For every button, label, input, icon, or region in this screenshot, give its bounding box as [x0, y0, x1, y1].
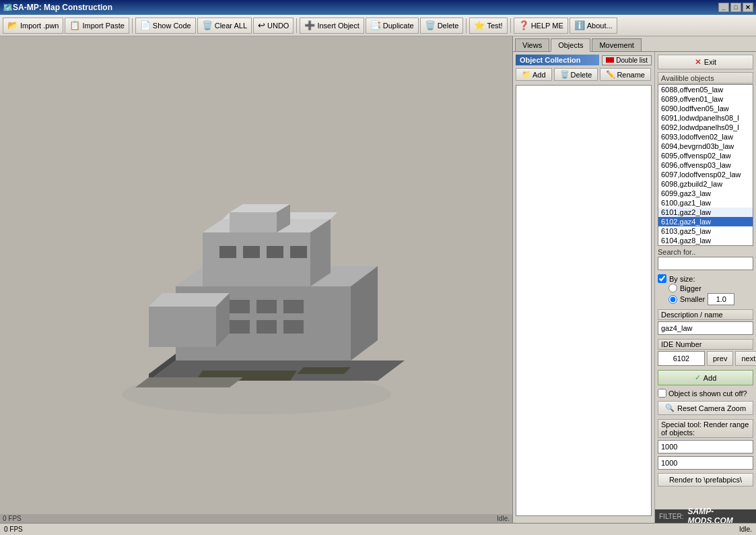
idle-status-bar: Idle.: [739, 526, 752, 533]
svg-rect-19: [219, 246, 236, 258]
available-objects-label: Availible objects: [658, 72, 753, 84]
svg-rect-18: [283, 320, 304, 334]
test-icon: ⭐: [474, 20, 485, 30]
collection-list[interactable]: [516, 85, 652, 516]
smaller-radio[interactable]: [668, 295, 677, 304]
list-item[interactable]: 6090,lodffven05_law: [658, 104, 753, 113]
ide-number-section: IDE Number prev next: [658, 339, 753, 366]
right-panel: Views Objects Movement Object Collection…: [513, 36, 756, 523]
tab-movement[interactable]: Movement: [592, 38, 641, 51]
collection-rename-button[interactable]: ✏️ Rename: [600, 68, 651, 81]
list-item[interactable]: 6101,gaz2_law: [658, 208, 753, 217]
svg-rect-13: [230, 300, 250, 313]
svg-rect-15: [283, 300, 304, 313]
svg-rect-21: [267, 246, 283, 258]
insert-object-button[interactable]: ➕ Insert Object: [300, 18, 364, 34]
svg-marker-24: [297, 367, 351, 374]
collection-add-button[interactable]: 📁 Add: [516, 68, 552, 81]
ide-number-label: IDE Number: [658, 339, 753, 350]
toolbar-sep-1: [132, 18, 133, 33]
object-browser-panel: ✕ Exit Availible objects 6086,lodoffvenc…: [655, 52, 756, 523]
list-item[interactable]: 6098,gzbuild2_law: [658, 179, 753, 189]
object-list[interactable]: 6086,lodoffvencp_law06087,offven01_law60…: [658, 84, 753, 246]
collection-delete-button[interactable]: 🗑️ Delete: [554, 68, 598, 81]
reset-camera-button[interactable]: 🔍 Reset Camera Zoom: [658, 401, 753, 415]
close-button[interactable]: ✕: [743, 3, 753, 12]
list-item[interactable]: 6097,lodoffvensp02_law: [658, 170, 753, 179]
help-button[interactable]: ❓ HELP ME: [514, 18, 568, 34]
toolbar-sep-3: [466, 18, 467, 33]
list-item[interactable]: 6088,offven05_law: [658, 85, 753, 94]
size-value-input[interactable]: [708, 293, 734, 305]
double-list-button[interactable]: Double list: [602, 55, 652, 65]
prev-button[interactable]: prev: [707, 351, 733, 366]
cutoff-checkbox[interactable]: [658, 389, 666, 398]
list-item[interactable]: 6089,offven01_law: [658, 94, 753, 104]
exit-icon: ✕: [695, 57, 701, 67]
by-size-area: By size: Bigger Smaller: [658, 274, 753, 305]
exit-area: ✕ Exit: [655, 52, 756, 71]
list-item[interactable]: 6103,gaz5_law: [658, 226, 753, 236]
delete-folder-icon: 🗑️: [560, 70, 570, 79]
help-icon: ❓: [518, 20, 529, 30]
ide-number-input[interactable]: [658, 351, 705, 366]
title-icon: 🗺️: [3, 3, 13, 12]
render-button[interactable]: Render to \prefabpics\: [658, 473, 753, 486]
window-controls: _ □ ✕: [718, 3, 753, 12]
svg-rect-17: [256, 320, 277, 334]
list-item[interactable]: 6093,lodoffven02_law: [658, 132, 753, 141]
svg-rect-22: [290, 246, 307, 258]
show-code-icon: 📄: [140, 20, 151, 30]
by-size-checkbox[interactable]: [658, 274, 666, 283]
import-paste-button[interactable]: 📋 Import Paste: [65, 18, 129, 34]
minimize-button[interactable]: _: [718, 3, 729, 12]
list-item[interactable]: 6099,gaz3_law: [658, 189, 753, 198]
about-button[interactable]: ℹ️ About...: [570, 18, 617, 34]
duplicate-icon: 📑: [370, 20, 381, 30]
filter-logo: SAMP-MODS.COM: [687, 507, 752, 523]
import-pwn-button[interactable]: 📂 Import .pwn: [3, 18, 63, 34]
search-input[interactable]: [658, 257, 753, 270]
description-section: Description / name: [658, 309, 753, 335]
add-check-icon: ✓: [695, 373, 701, 382]
add-object-button[interactable]: ✓ Add: [658, 370, 753, 385]
undo-icon: ↩: [258, 20, 265, 30]
undo-button[interactable]: ↩ UNDO: [253, 18, 294, 34]
search-label: Search for..: [658, 248, 753, 256]
delete-button[interactable]: 🗑️ Delete: [420, 18, 464, 34]
cutoff-row: Object is shown cut off?: [658, 389, 753, 398]
render-range-input-2[interactable]: [658, 456, 753, 470]
list-item[interactable]: 6104,gaz8_law: [658, 236, 753, 245]
description-input[interactable]: [658, 321, 753, 335]
list-item[interactable]: 6102,gaz4_law: [658, 217, 753, 226]
filter-bar: FILTER: SAMP-MODS.COM: [655, 509, 756, 523]
by-size-label: By size:: [669, 275, 695, 283]
tab-views[interactable]: Views: [515, 38, 549, 51]
list-item[interactable]: 6100,gaz1_law: [658, 198, 753, 208]
bigger-radio[interactable]: [668, 284, 677, 292]
list-item[interactable]: 6092,lodwdpanelhs09_l: [658, 123, 753, 132]
render-range-input-1[interactable]: [658, 440, 753, 453]
building-3d-view: [95, 131, 418, 428]
test-button[interactable]: ⭐ Test!: [469, 18, 507, 34]
next-button[interactable]: next: [735, 351, 756, 366]
svg-rect-14: [256, 300, 277, 313]
collection-title: Object Collection: [516, 55, 599, 65]
list-item[interactable]: 6091,lodwdpanelhs08_l: [658, 113, 753, 123]
fps-status: 0 FPS: [4, 526, 23, 533]
list-item[interactable]: 6094,bevgrnd03b_law: [658, 141, 753, 151]
exit-button[interactable]: ✕ Exit: [658, 55, 753, 69]
list-item[interactable]: 6095,offvensp02_law: [658, 151, 753, 160]
search-area: Search for..: [658, 248, 753, 270]
window-title: SA-MP: Map Construction: [13, 3, 718, 12]
special-tool-label: Special tool: Render range of objects:: [658, 419, 753, 438]
clear-all-button[interactable]: 🗑️ Clear ALL: [197, 18, 252, 34]
viewport[interactable]: 0 FPS Idle.: [0, 36, 513, 523]
toolbar-sep-4: [510, 18, 511, 33]
insert-icon: ➕: [304, 20, 315, 30]
show-code-button[interactable]: 📄 Show Code: [135, 18, 196, 34]
maximize-button[interactable]: □: [730, 3, 741, 12]
list-item[interactable]: 6096,offvensp03_law: [658, 160, 753, 170]
tab-objects[interactable]: Objects: [551, 38, 590, 52]
duplicate-button[interactable]: 📑 Duplicate: [366, 18, 419, 34]
